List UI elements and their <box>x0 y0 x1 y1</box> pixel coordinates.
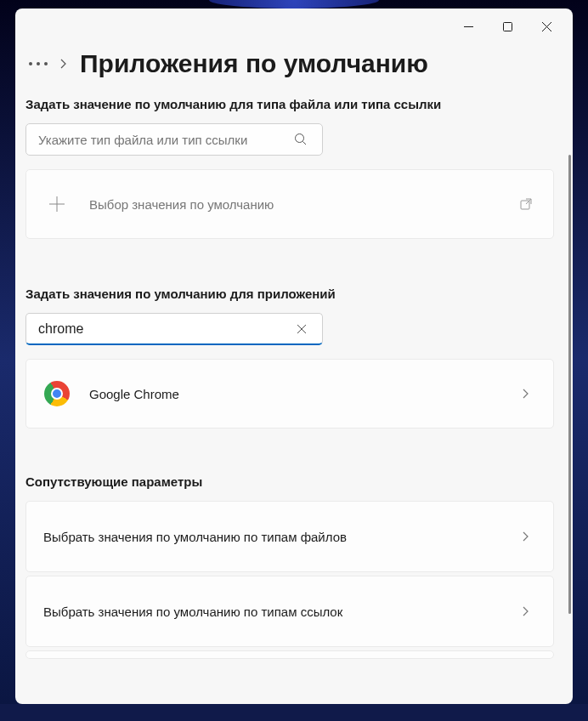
open-external-icon <box>516 197 536 211</box>
svg-point-4 <box>296 134 304 143</box>
file-type-search[interactable] <box>25 123 323 156</box>
related-link-types-label: Выбрать значения по умолчанию по типам с… <box>43 605 516 619</box>
search-icon <box>286 133 315 146</box>
related-file-types-label: Выбрать значения по умолчанию по типам ф… <box>43 530 516 544</box>
clear-search-button[interactable] <box>288 324 315 334</box>
app-result-label: Google Chrome <box>89 387 516 401</box>
section-label-apps: Задать значения по умолчанию для приложе… <box>25 287 554 301</box>
chevron-right-icon <box>516 605 536 617</box>
breadcrumb-overflow-button[interactable] <box>29 62 48 65</box>
minimize-button[interactable] <box>449 13 488 40</box>
chrome-icon <box>43 380 71 407</box>
svg-rect-1 <box>503 22 512 31</box>
plus-icon <box>43 190 71 218</box>
choose-default-card[interactable]: Выбор значения по умолчанию <box>25 169 554 239</box>
section-label-related: Сопутствующие параметры <box>25 474 554 489</box>
breadcrumb: Приложения по умолчанию <box>29 49 554 78</box>
window-titlebar <box>15 9 573 44</box>
close-button[interactable] <box>527 13 566 40</box>
page-title: Приложения по умолчанию <box>80 49 428 78</box>
related-link-types[interactable]: Выбрать значения по умолчанию по типам с… <box>25 576 554 647</box>
related-file-types[interactable]: Выбрать значения по умолчанию по типам ф… <box>25 501 554 572</box>
maximize-button[interactable] <box>488 13 527 40</box>
app-result-chrome[interactable]: Google Chrome <box>25 359 554 429</box>
content-area: Приложения по умолчанию Задать значение … <box>15 44 573 704</box>
desktop-wallpaper-accent <box>209 0 379 9</box>
file-type-search-input[interactable] <box>38 133 286 147</box>
apps-search[interactable] <box>25 313 323 345</box>
section-label-file-type: Задать значение по умолчанию для типа фа… <box>25 97 554 111</box>
taskbar[interactable] <box>0 704 588 721</box>
svg-line-5 <box>303 142 307 145</box>
settings-window: Приложения по умолчанию Задать значение … <box>15 9 573 704</box>
partial-card[interactable] <box>25 650 554 659</box>
chevron-right-icon <box>59 58 68 70</box>
chevron-right-icon <box>516 388 536 400</box>
apps-search-input[interactable] <box>38 321 288 337</box>
choose-default-label: Выбор значения по умолчанию <box>89 197 516 212</box>
svg-line-9 <box>526 199 531 204</box>
chevron-right-icon <box>516 531 536 542</box>
scrollbar[interactable] <box>568 155 571 614</box>
